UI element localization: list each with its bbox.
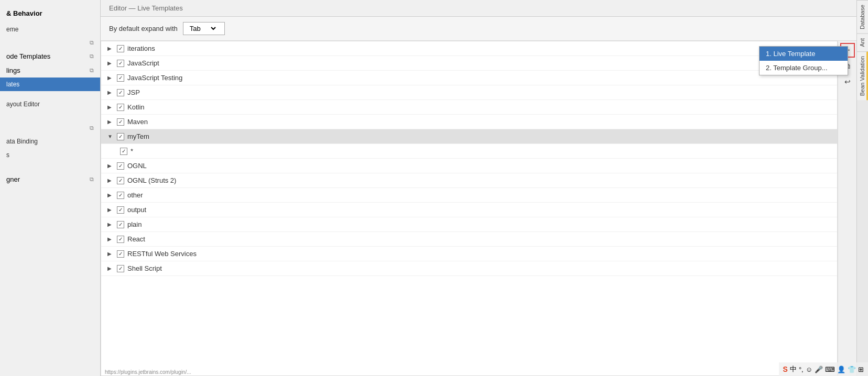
sidebar-item-6[interactable] <box>0 91 100 97</box>
sidebar-title: & Behavior <box>0 4 100 23</box>
checkbox[interactable] <box>117 118 124 126</box>
main-content: Editor — Live Templates By default expan… <box>101 0 856 376</box>
copy-icon: ⧉ <box>90 67 94 74</box>
checkbox[interactable] <box>117 236 124 243</box>
grid-icon: ⊞ <box>858 366 864 373</box>
list-item-mytem[interactable]: myTem <box>101 129 837 144</box>
chevron-right-icon <box>107 163 114 169</box>
sidebar-item-label: s <box>6 151 9 159</box>
checkbox[interactable] <box>117 60 124 67</box>
chevron-right-icon <box>107 236 114 242</box>
list-item[interactable]: Shell Script <box>101 261 837 276</box>
sidebar-item-7[interactable] <box>0 111 100 121</box>
item-label: React <box>127 235 145 243</box>
chevron-right-icon <box>107 119 114 125</box>
list-item[interactable]: JSP <box>101 85 837 100</box>
list-item[interactable]: other <box>101 188 837 203</box>
bottom-url: https://plugins.jetbrains.com/plugin/... <box>105 369 191 375</box>
app-container: & Behavior eme ⧉ ode Templates ⧉ lings ⧉… <box>0 0 868 376</box>
checkbox[interactable] <box>117 45 124 52</box>
sidebar-item-9[interactable]: s <box>0 148 100 162</box>
sidebar-item-layout-editor[interactable]: ayout Editor <box>0 97 100 111</box>
copy-icon: ⧉ <box>90 125 94 131</box>
sidebar-item-label: lings <box>6 67 20 74</box>
undo-button[interactable]: ↩ <box>840 74 855 89</box>
sidebar-item-label: ode Templates <box>6 52 50 60</box>
item-label: RESTful Web Services <box>127 250 197 258</box>
sidebar-item-label: ayout Editor <box>6 101 40 108</box>
checkbox[interactable] <box>117 133 124 140</box>
list-item[interactable]: output <box>101 203 837 217</box>
chevron-right-icon <box>107 90 114 96</box>
sidebar-item-filings[interactable]: lings ⧉ <box>0 63 100 78</box>
checkbox[interactable] <box>117 74 124 82</box>
list-item-mytem-child[interactable]: * <box>101 144 837 159</box>
chevron-right-icon <box>107 266 114 272</box>
checkbox[interactable] <box>117 192 124 199</box>
checkbox[interactable] <box>117 162 124 170</box>
item-label: Maven <box>127 118 148 126</box>
list-item[interactable]: Kotlin <box>101 100 837 115</box>
chevron-right-icon <box>107 178 114 184</box>
item-label: plain <box>127 220 142 228</box>
list-item[interactable]: React <box>101 232 837 247</box>
copy-icon: ⧉ <box>90 53 94 60</box>
checkbox[interactable] <box>117 250 124 258</box>
chevron-right-icon <box>107 207 114 213</box>
sidebar: & Behavior eme ⧉ ode Templates ⧉ lings ⧉… <box>0 0 101 376</box>
item-label: JSP <box>127 89 140 96</box>
list-item[interactable]: OGNL <box>101 159 837 173</box>
expand-dropdown[interactable]: Tab Enter Space <box>183 22 225 35</box>
sidebar-item-8[interactable]: ⧉ <box>0 121 100 135</box>
checkbox[interactable] <box>117 206 124 214</box>
sidebar-item-10[interactable] <box>0 162 100 172</box>
user-icon: 👤 <box>837 366 845 373</box>
list-item[interactable]: Maven <box>101 115 837 129</box>
checkbox[interactable] <box>117 265 124 272</box>
content-area: iterations JavaScript JavaScript Testing <box>101 41 856 376</box>
list-item[interactable]: iterations <box>101 41 837 56</box>
tab-ant[interactable]: Ant <box>857 34 868 51</box>
main-header: Editor — Live Templates <box>101 0 856 17</box>
item-label: JavaScript Testing <box>127 74 182 82</box>
emoji-icon: ☺ <box>806 366 812 373</box>
sidebar-item-label: ata Binding <box>6 138 38 145</box>
sidebar-item-label: lates <box>6 81 19 88</box>
checkbox[interactable] <box>117 221 124 228</box>
header-title: Editor — Live Templates <box>109 4 183 12</box>
list-item[interactable]: plain <box>101 217 837 232</box>
expand-label: By default expand with <box>109 25 178 32</box>
popup-item-template-group[interactable]: 2. Template Group... <box>760 61 848 75</box>
sidebar-item-data-binding[interactable]: ata Binding <box>0 135 100 148</box>
checkbox[interactable] <box>117 104 124 111</box>
item-label: JavaScript <box>127 59 159 67</box>
copy-icon: ⧉ <box>90 176 94 183</box>
sidebar-item-code-templates[interactable]: ode Templates ⧉ <box>0 49 100 63</box>
sidebar-item-theme[interactable]: eme <box>0 23 100 36</box>
popup-item-live-template[interactable]: 1. Live Template <box>760 47 848 61</box>
item-label: * <box>131 147 133 155</box>
sogou-icon: S <box>783 365 788 373</box>
expand-select[interactable]: Tab Enter Space <box>188 24 218 33</box>
tab-database[interactable]: Database <box>857 0 868 34</box>
sidebar-item-live-templates[interactable]: lates <box>0 78 100 91</box>
checkbox[interactable] <box>120 148 127 155</box>
popup-menu: 1. Live Template 2. Template Group... <box>759 46 848 75</box>
sidebar-item-designer[interactable]: gner ⧉ <box>0 172 100 186</box>
list-item[interactable]: RESTful Web Services <box>101 247 837 261</box>
list-item[interactable]: JavaScript <box>101 56 837 71</box>
sidebar-item-label: eme <box>6 26 18 33</box>
list-item[interactable]: JavaScript Testing <box>101 71 837 85</box>
chevron-down-icon <box>107 134 114 140</box>
list-item[interactable]: OGNL (Struts 2) <box>101 173 837 188</box>
chevron-right-icon <box>107 192 114 198</box>
item-label: output <box>127 206 146 214</box>
checkbox[interactable] <box>117 177 124 184</box>
tab-bean-validation[interactable]: Bean Validation <box>857 51 868 100</box>
item-label: Shell Script <box>127 264 162 272</box>
checkbox[interactable] <box>117 89 124 96</box>
item-label: other <box>127 191 143 199</box>
sidebar-item-2[interactable]: ⧉ <box>0 36 100 49</box>
shirt-icon: 👕 <box>848 366 856 373</box>
chinese-icon: 中 <box>790 364 797 374</box>
